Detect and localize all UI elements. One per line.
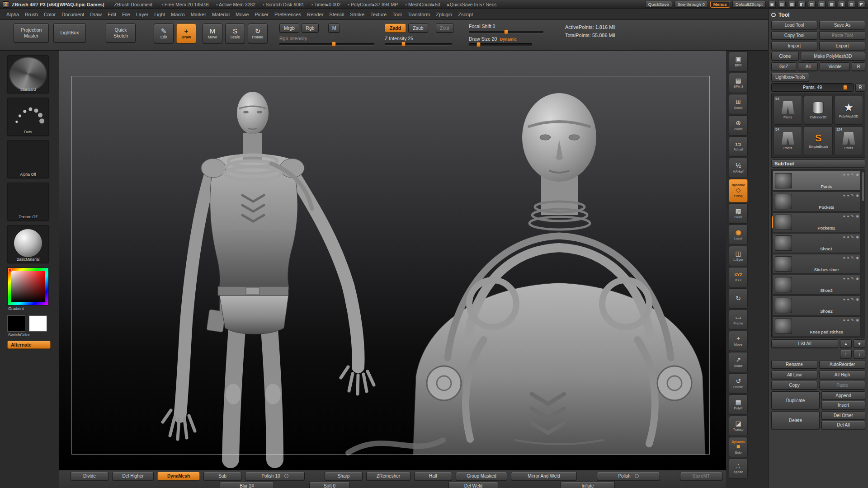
divide-button[interactable]: Divide bbox=[71, 472, 108, 480]
dot-toggle-icon[interactable]: ● bbox=[847, 298, 849, 301]
frame-button[interactable]: ▭Frame bbox=[729, 310, 748, 330]
import-button[interactable]: Import bbox=[771, 42, 817, 50]
dynamesh-button[interactable]: DynaMesh bbox=[157, 472, 200, 480]
menu-item-tool[interactable]: Tool bbox=[392, 12, 401, 17]
dot-toggle-icon[interactable]: ● bbox=[843, 235, 845, 239]
subtool-scrollbar[interactable] bbox=[862, 172, 864, 201]
edit-pencil-icon[interactable]: ✎ bbox=[851, 256, 854, 260]
dot-toggle-icon[interactable]: ● bbox=[847, 235, 849, 239]
dot-toggle-icon[interactable]: ● bbox=[847, 319, 849, 322]
switchcolor-label[interactable]: SwitchColor bbox=[8, 333, 59, 337]
eye-icon[interactable]: ◉ bbox=[856, 277, 859, 281]
edit-pencil-icon[interactable]: ✎ bbox=[851, 194, 854, 197]
export-button[interactable]: Export bbox=[819, 42, 865, 50]
draw-size-dynamic-label[interactable]: Dynamic bbox=[500, 37, 517, 42]
titlebar-mini-icon[interactable]: ◧ bbox=[798, 1, 806, 8]
xyz-button[interactable]: XYZXYZ bbox=[729, 267, 748, 287]
tool-r-button[interactable]: R bbox=[855, 83, 865, 92]
rgb-intensity-handle[interactable] bbox=[332, 42, 336, 47]
titlebar-mini-icon[interactable]: ▤ bbox=[778, 1, 786, 8]
menu-item-color[interactable]: Color bbox=[44, 12, 56, 17]
current-alpha-thumbnail[interactable]: Alpha Off bbox=[7, 140, 49, 178]
menu-item-zplugin[interactable]: Zplugin bbox=[436, 12, 452, 17]
titlebar-mini-icon[interactable]: ▧ bbox=[848, 1, 855, 8]
titlebar-mini-icon[interactable]: ▩ bbox=[828, 1, 835, 8]
default-zscript-button[interactable]: DefaultZScript bbox=[732, 1, 766, 8]
pivot-button[interactable]: ↻ bbox=[729, 288, 748, 309]
current-stroke-thumbnail[interactable]: Dots bbox=[7, 98, 49, 136]
menu-item-file[interactable]: File bbox=[122, 12, 130, 17]
transp-button[interactable]: ◪Transp bbox=[729, 416, 748, 436]
local-button[interactable]: ◉Local bbox=[729, 225, 748, 245]
bpr-button[interactable]: ▣BPR bbox=[729, 52, 748, 72]
subtool-section-header[interactable]: SubTool bbox=[771, 160, 865, 168]
menu-item-preferences[interactable]: Preferences bbox=[274, 12, 301, 17]
polish10-button[interactable]: Polish 10 bbox=[245, 472, 305, 480]
rename-button[interactable]: Rename bbox=[771, 360, 817, 369]
focal-shift-handle[interactable] bbox=[504, 29, 508, 34]
titlebar-mini-icon[interactable]: ◨ bbox=[838, 1, 845, 8]
solo-button[interactable]: Dynamic■Solo bbox=[729, 437, 748, 457]
menu-item-movie[interactable]: Movie bbox=[236, 12, 249, 17]
dot-toggle-icon[interactable]: ● bbox=[847, 256, 849, 260]
color-picker-field[interactable] bbox=[11, 271, 45, 302]
z-intensity-track[interactable] bbox=[385, 43, 452, 45]
select-up-button[interactable]: ▲ bbox=[840, 339, 852, 348]
menu-item-marker[interactable]: Marker bbox=[191, 12, 206, 17]
tool-thumb-pants3[interactable]: 124 Pants bbox=[835, 127, 863, 155]
del-weld-button[interactable]: Del Weld bbox=[448, 482, 498, 488]
menu-item-layer[interactable]: Layer bbox=[136, 12, 149, 17]
paste-tool-button[interactable]: Paste Tool bbox=[819, 31, 865, 40]
sculpt-canvas[interactable] bbox=[59, 51, 726, 470]
dot-toggle-icon[interactable]: ● bbox=[843, 319, 845, 322]
subtool-row[interactable]: ●●✎◉ Pockets2 bbox=[773, 212, 861, 232]
see-through-button[interactable]: See-through 0 bbox=[675, 1, 708, 8]
menu-item-alpha[interactable]: Alpha bbox=[6, 12, 19, 17]
main-color-swatch[interactable] bbox=[7, 315, 25, 332]
move-subtool-up-button[interactable]: ↑ bbox=[840, 350, 852, 358]
tool-thumb-cylinder3d[interactable]: Cylinder3D bbox=[804, 96, 832, 125]
subtool-row[interactable]: ●●✎◉ Shoe2 bbox=[773, 296, 861, 315]
sharp-button[interactable]: Sharp bbox=[325, 472, 363, 480]
mirror-and-weld-button[interactable]: Mirror And Weld bbox=[511, 472, 577, 480]
goz-r-button[interactable]: R bbox=[852, 62, 865, 71]
draw-size-track[interactable] bbox=[469, 43, 532, 46]
inflate-button[interactable]: Inflate bbox=[561, 482, 615, 488]
load-tool-button[interactable]: Load Tool bbox=[771, 21, 817, 29]
polyf-button[interactable]: ▦PolyF bbox=[729, 394, 748, 415]
tool-thumb-pants[interactable]: 54 Pants bbox=[774, 96, 802, 125]
menu-item-draw[interactable]: Draw bbox=[90, 12, 102, 17]
del-all-button[interactable]: Del All bbox=[821, 421, 865, 429]
subtool-row[interactable]: ●●✎◉ Shoe1 bbox=[773, 233, 861, 253]
copy-subtool-button[interactable]: Copy bbox=[771, 381, 817, 389]
current-material-thumbnail[interactable]: BasicMaterial bbox=[7, 225, 49, 263]
tool-palette-header[interactable]: Tool bbox=[771, 11, 865, 19]
dot-toggle-icon[interactable]: ● bbox=[847, 277, 849, 281]
goz-button[interactable]: GoZ bbox=[771, 62, 796, 71]
aahalf-button[interactable]: ½AAHalf bbox=[729, 158, 748, 178]
m-button[interactable]: M bbox=[328, 23, 340, 33]
projection-master-button[interactable]: Projection Master bbox=[14, 23, 49, 42]
sub-button[interactable]: Sub bbox=[203, 472, 241, 480]
titlebar-mini-icon[interactable]: ▦ bbox=[788, 1, 796, 8]
del-higher-button[interactable]: Del Higher bbox=[112, 472, 154, 480]
menu-item-light[interactable]: Light bbox=[154, 12, 165, 17]
copy-tool-button[interactable]: Copy Tool bbox=[771, 31, 817, 40]
zremesher-button[interactable]: ZRemesher bbox=[366, 472, 410, 480]
subtool-row[interactable]: ●●✎◉ Stiches shoe bbox=[773, 254, 861, 274]
edit-pencil-icon[interactable]: ✎ bbox=[851, 215, 854, 218]
edit-pencil-icon[interactable]: ✎ bbox=[851, 235, 854, 239]
rgb-button[interactable]: Rgb bbox=[302, 23, 319, 33]
rgb-intensity-track[interactable] bbox=[279, 43, 374, 45]
zsub-button[interactable]: Zsub bbox=[408, 23, 428, 33]
menu-item-stencil[interactable]: Stencil bbox=[329, 12, 344, 17]
save-as-button[interactable]: Save As bbox=[819, 21, 865, 29]
dot-toggle-icon[interactable]: ● bbox=[843, 194, 845, 197]
subtool-row[interactable]: ●●✎◉ Shoe2 bbox=[773, 275, 861, 295]
menu-item-macro[interactable]: Macro bbox=[171, 12, 185, 17]
eye-icon[interactable]: ◉ bbox=[856, 256, 859, 260]
scroll-button[interactable]: ⊞Scroll bbox=[729, 94, 748, 114]
dot-toggle-icon[interactable]: ● bbox=[847, 173, 849, 177]
all-low-button[interactable]: All Low bbox=[771, 371, 817, 379]
current-texture-thumbnail[interactable]: Texture Off bbox=[7, 183, 49, 221]
